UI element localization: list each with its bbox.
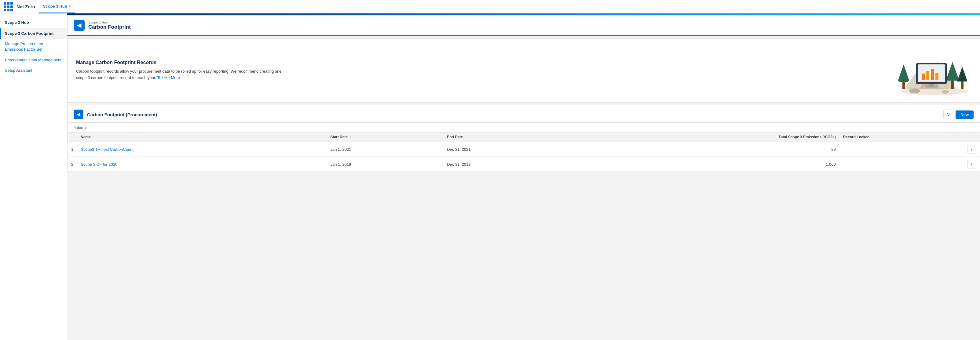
new-button[interactable]: New <box>956 111 974 119</box>
app-grid-icon[interactable] <box>4 2 13 11</box>
sidebar: Scope 3 Hub Scope 3 Carbon Footprint Man… <box>0 13 67 340</box>
row-enddate: Dec 31, 2021 <box>443 142 571 157</box>
svg-point-20 <box>909 89 920 93</box>
row-enddate: Dec 31, 2019 <box>443 157 571 172</box>
info-card-desc: Carbon footprint records allow your proc… <box>76 68 290 81</box>
table-row: 2 Scope 3 CF for 2020 Jan 1, 2019 Dec 31… <box>67 157 980 172</box>
row-emissions: 1,060 <box>572 157 840 172</box>
svg-rect-17 <box>931 69 934 80</box>
col-header-name[interactable]: Name <box>77 133 326 142</box>
locked-dropdown[interactable]: ▾ <box>967 145 976 153</box>
table-row: 1 Scope3 TH Test CarbonCount Jan 1, 2021… <box>67 142 980 157</box>
row-name: Scope 3 CF for 2020 <box>77 157 326 172</box>
table-card-header: ◀ Carbon Footprint (Procurement) ↻ New <box>67 105 980 123</box>
row-locked: ▾ <box>840 142 980 157</box>
table-card-title: Carbon Footprint (Procurement) <box>87 112 157 117</box>
locked-dropdown[interactable]: ▾ <box>967 160 976 168</box>
col-header-startdate[interactable]: Start Date ↓ <box>326 133 443 142</box>
col-header-enddate[interactable]: End Date <box>443 133 571 142</box>
header-title: Carbon Footprint <box>88 24 131 30</box>
svg-rect-16 <box>926 71 929 80</box>
svg-rect-15 <box>922 74 925 80</box>
col-header-locked[interactable]: Record Locked <box>840 133 980 142</box>
sidebar-item-procurement-data[interactable]: Procurement Data Management <box>0 55 67 65</box>
header-subtitle: Scope 3 Hub <box>88 21 131 24</box>
header-icon: ◀ <box>74 20 84 31</box>
table-header-row: Name Start Date ↓ End Date Total Scope 3… <box>67 133 980 142</box>
main-layout: Scope 3 Hub Scope 3 Carbon Footprint Man… <box>0 13 980 340</box>
row-name-link[interactable]: Scope3 TH Test CarbonCount <box>81 147 134 152</box>
row-startdate: Jan 1, 2019 <box>326 157 443 172</box>
app-name: Net Zero <box>16 4 35 9</box>
col-header-emissions[interactable]: Total Scope 3 Emissions (tCO2e) <box>572 133 840 142</box>
table-card: ◀ Carbon Footprint (Procurement) ↻ New 4… <box>67 105 980 172</box>
row-emissions: 29 <box>572 142 840 157</box>
carbon-footprint-table: Name Start Date ↓ End Date Total Scope 3… <box>67 132 980 172</box>
row-name-link[interactable]: Scope 3 CF for 2020 <box>81 162 117 167</box>
refresh-button[interactable]: ↻ <box>943 109 953 119</box>
sidebar-item-setup-assistant[interactable]: Setup Assistant <box>0 65 67 76</box>
scope3hub-tab[interactable]: Scope 3 Hub ▾ <box>39 0 75 13</box>
table-card-header-left: ◀ Carbon Footprint (Procurement) <box>74 109 157 119</box>
row-locked: ▾ <box>840 157 980 172</box>
chevron-down-icon: ▾ <box>69 5 70 8</box>
sidebar-item-carbon-footprint[interactable]: Scope 3 Carbon Footprint <box>0 28 67 39</box>
row-num: 2 <box>67 157 77 172</box>
illustration <box>886 46 971 95</box>
tab-label: Scope 3 Hub <box>43 4 67 8</box>
info-card: Manage Carbon Footprint Records Carbon f… <box>67 38 980 103</box>
content-area: ◀ Scope 3 Hub Carbon Footprint Manage Ca… <box>67 13 980 340</box>
col-header-num <box>67 133 77 142</box>
table-icon: ◀ <box>74 109 83 119</box>
info-card-text: Manage Carbon Footprint Records Carbon f… <box>76 60 290 81</box>
info-card-title: Manage Carbon Footprint Records <box>76 60 290 65</box>
sidebar-title: Scope 3 Hub <box>0 18 67 28</box>
header-text: Scope 3 Hub Carbon Footprint <box>88 21 131 30</box>
svg-rect-18 <box>935 73 939 80</box>
row-num: 1 <box>67 142 77 157</box>
table-card-actions: ↻ New <box>943 109 974 119</box>
row-name: Scope3 TH Test CarbonCount <box>77 142 326 157</box>
page-header-card: ◀ Scope 3 Hub Carbon Footprint <box>67 15 980 36</box>
sidebar-item-procurement-emissions[interactable]: Manage Procurement Emissions Factor Set <box>0 39 67 55</box>
tell-me-more-link[interactable]: Tell Me More <box>158 75 180 80</box>
sort-icon: ↓ <box>350 136 351 139</box>
row-startdate: Jan 1, 2021 <box>326 142 443 157</box>
top-nav: Net Zero Scope 3 Hub ▾ <box>0 0 980 13</box>
svg-rect-9 <box>961 80 964 89</box>
svg-point-21 <box>942 90 949 94</box>
svg-marker-10 <box>957 67 967 82</box>
items-count: 4 items <box>67 123 980 132</box>
